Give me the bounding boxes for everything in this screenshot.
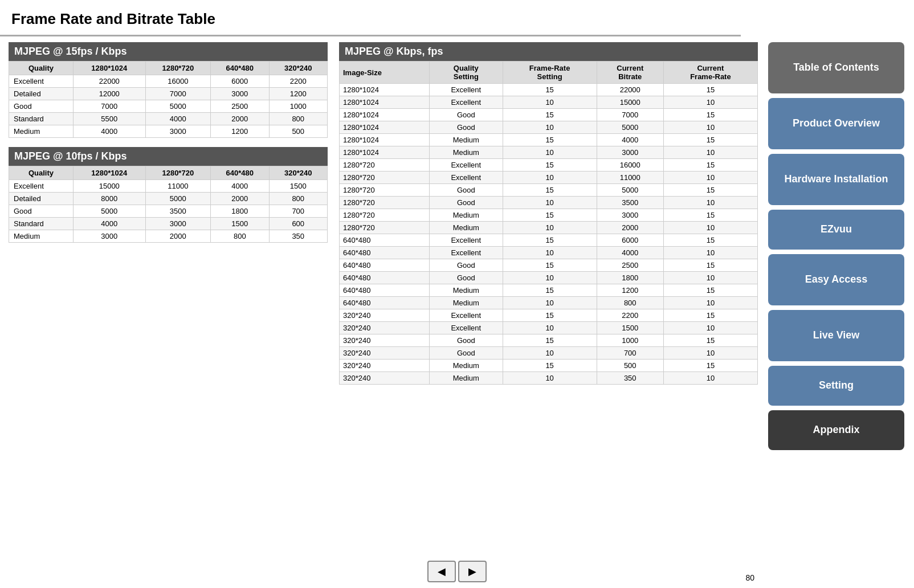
table-cell: 15 <box>663 284 757 297</box>
table-cell: Excellent <box>430 234 503 247</box>
table-cell: 10 <box>503 297 597 309</box>
col-1280x720-15: 1280*720 <box>145 62 211 75</box>
sidebar: Table of Contents Product Overview Hardw… <box>764 42 909 549</box>
nav-buttons: ◀ ▶ <box>427 561 487 582</box>
table-cell: 10 <box>503 121 597 134</box>
sidebar-toc-button[interactable]: Table of Contents <box>768 42 904 93</box>
table-cell: 10 <box>663 197 757 209</box>
table-cell: 3000 <box>145 218 211 230</box>
table-cell: Excellent <box>9 180 74 193</box>
col-quality-setting: QualitySetting <box>430 62 503 84</box>
table-cell: 10 <box>663 172 757 184</box>
col-quality-10: Quality <box>9 166 74 180</box>
table-cell: 15 <box>503 309 597 322</box>
table-cell: Excellent <box>430 96 503 109</box>
table-cell: 10 <box>663 272 757 284</box>
table-cell: 2000 <box>211 113 269 125</box>
table-cell: 6000 <box>211 75 269 88</box>
table-cell: 15 <box>503 209 597 222</box>
table-cell: 3500 <box>597 197 663 209</box>
table-cell: 15 <box>503 159 597 172</box>
mjpeg15-header: MJPEG @ 15fps / Kbps <box>9 42 328 61</box>
table-cell: 700 <box>269 205 328 218</box>
table-cell: 12000 <box>73 88 145 100</box>
table-cell: 1280*1024 <box>340 146 430 159</box>
table-cell: 10 <box>503 372 597 385</box>
table-cell: 1000 <box>269 100 328 113</box>
table-cell: 15 <box>503 284 597 297</box>
table-cell: 2500 <box>211 100 269 113</box>
table-cell: 15000 <box>73 180 145 193</box>
table-cell: Medium <box>430 297 503 309</box>
sidebar-setting-button[interactable]: Setting <box>768 366 904 406</box>
table-cell: 3500 <box>145 205 211 218</box>
table-cell: 800 <box>211 230 269 243</box>
table-cell: 3000 <box>73 230 145 243</box>
tables-row: MJPEG @ 15fps / Kbps Quality 1280*1024 1… <box>9 42 758 385</box>
table-cell: 22000 <box>597 84 663 96</box>
page-wrapper: Frame Rate and Bitrate Table MJPEG @ 15f… <box>0 0 914 588</box>
table-cell: 1500 <box>597 322 663 334</box>
sidebar-product-button[interactable]: Product Overview <box>768 98 904 149</box>
table-cell: Medium <box>430 372 503 385</box>
table-cell: Good <box>430 347 503 360</box>
table-cell: 10 <box>503 322 597 334</box>
mjpeg10-table: Quality 1280*1024 1280*720 640*480 320*2… <box>9 166 328 243</box>
sidebar-appendix-button[interactable]: Appendix <box>768 410 904 450</box>
table-cell: 640*480 <box>340 284 430 297</box>
table-cell: 15 <box>663 259 757 272</box>
table-cell: 4000 <box>73 218 145 230</box>
table-cell: 10 <box>663 222 757 234</box>
col-1280x1024-10: 1280*1024 <box>73 166 145 180</box>
table-cell: 800 <box>269 193 328 205</box>
table-cell: 1280*720 <box>340 159 430 172</box>
table-cell: 2200 <box>269 75 328 88</box>
footer: ◀ ▶ 80 <box>0 549 914 588</box>
table-cell: Excellent <box>430 247 503 259</box>
table-cell: 2200 <box>597 309 663 322</box>
table-cell: 4000 <box>597 134 663 146</box>
mjpeg15-table: Quality 1280*1024 1280*720 640*480 320*2… <box>9 61 328 138</box>
table-cell: 2000 <box>145 230 211 243</box>
col-320x240-15: 320*240 <box>269 62 328 75</box>
sidebar-hardware-button[interactable]: Hardware Installation <box>768 154 904 205</box>
table-cell: 15 <box>503 334 597 347</box>
table-cell: Medium <box>430 284 503 297</box>
table-cell: Medium <box>430 222 503 234</box>
sidebar-ezvuu-button[interactable]: EZvuu <box>768 210 904 250</box>
table-cell: Medium <box>9 125 74 138</box>
main-content: MJPEG @ 15fps / Kbps Quality 1280*1024 1… <box>0 42 764 549</box>
table-cell: Detailed <box>9 88 74 100</box>
table-cell: 6000 <box>597 234 663 247</box>
col-640x480-15: 640*480 <box>211 62 269 75</box>
table-cell: 1000 <box>597 334 663 347</box>
col-1280x1024-15: 1280*1024 <box>73 62 145 75</box>
table-cell: 700 <box>597 347 663 360</box>
table-cell: Excellent <box>430 309 503 322</box>
sidebar-easy-access-button[interactable]: Easy Access <box>768 254 904 305</box>
table-cell: 15 <box>503 84 597 96</box>
table-cell: 10 <box>503 347 597 360</box>
table-cell: 640*480 <box>340 297 430 309</box>
table-cell: 10 <box>663 372 757 385</box>
prev-button[interactable]: ◀ <box>427 561 456 582</box>
table-cell: 10 <box>663 297 757 309</box>
col-image-size: Image-Size <box>340 62 430 84</box>
table-cell: Medium <box>430 360 503 372</box>
table-cell: 7000 <box>73 100 145 113</box>
table-cell: Good <box>430 121 503 134</box>
col-320x240-10: 320*240 <box>269 166 328 180</box>
table-cell: Good <box>430 197 503 209</box>
table-cell: 350 <box>269 230 328 243</box>
next-button[interactable]: ▶ <box>458 561 487 582</box>
table-cell: 1200 <box>597 284 663 297</box>
table-cell: 1280*720 <box>340 172 430 184</box>
table-cell: 10 <box>663 146 757 159</box>
table-cell: 22000 <box>73 75 145 88</box>
table-cell: 4000 <box>145 113 211 125</box>
table-cell: Good <box>430 109 503 121</box>
sidebar-live-view-button[interactable]: Live View <box>768 310 904 361</box>
table-cell: 15000 <box>597 96 663 109</box>
table-cell: 1280*1024 <box>340 121 430 134</box>
table-cell: 10 <box>503 146 597 159</box>
